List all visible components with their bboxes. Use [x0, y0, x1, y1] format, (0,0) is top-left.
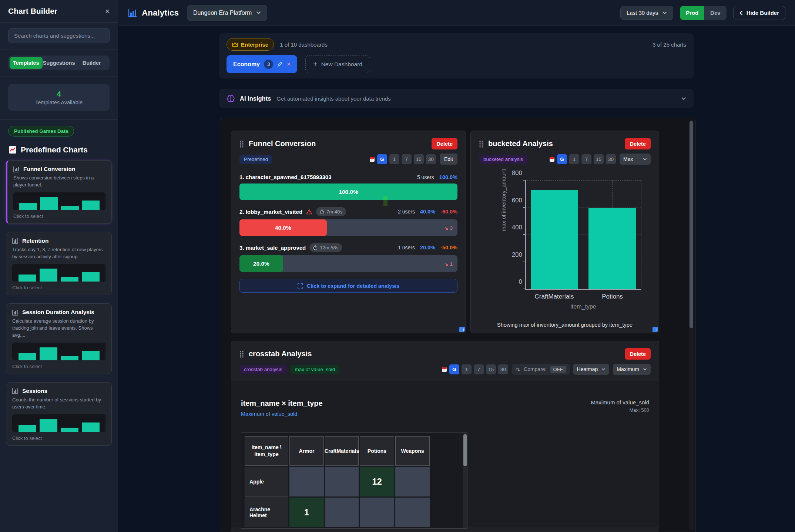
view-mode-select[interactable]: Heatmap	[573, 364, 610, 375]
plan-badge-label: Enterprise	[241, 41, 268, 48]
crosstab-table: item_name \ item_typeArmorCraftMaterials…	[245, 436, 467, 527]
granularity-g-button[interactable]: G	[449, 364, 459, 374]
range-1-button[interactable]: 1	[389, 154, 399, 164]
matrix-subtitle-link[interactable]: Maximum of value_sold	[241, 411, 323, 417]
platform-select[interactable]: Dungeon Era Platform	[187, 5, 267, 21]
empty-cell[interactable]	[360, 498, 394, 527]
main-content: Enterprise 1 of 10 dashboards 3 of 25 ch…	[118, 26, 795, 532]
expand-analysis-button[interactable]: Click to expand for detailed analysis	[239, 279, 457, 293]
funnel-step-users: 1 users	[398, 245, 415, 250]
edit-button[interactable]: Edit	[440, 154, 457, 165]
empty-cell[interactable]	[395, 498, 430, 527]
predefined-charts-title: Predefined Charts	[21, 145, 88, 154]
tab-templates[interactable]: Templates	[10, 57, 43, 69]
empty-cell[interactable]	[289, 467, 324, 496]
duration-badge: 7m 40s	[316, 207, 346, 216]
range-15-button[interactable]: 15	[594, 154, 604, 164]
range-15-button[interactable]: 15	[486, 364, 496, 374]
template-card-sessions[interactable]: Sessions Counts the number of sessions s…	[6, 382, 112, 446]
template-sparkline	[12, 343, 105, 360]
tab-builder[interactable]: Builder	[75, 57, 108, 69]
range-7-button[interactable]: 7	[474, 364, 484, 374]
funnel-step-name: 3. market_sale_approved	[239, 245, 306, 251]
range-15-button[interactable]: 15	[414, 154, 424, 164]
funnel-conversion-card: Funnel Conversion Delete Predefined G 1 …	[231, 131, 466, 333]
tab-suggestions[interactable]: Suggestions	[43, 57, 76, 69]
template-sparkline	[12, 414, 105, 432]
funnel-bar-label: 100.0%	[339, 189, 358, 195]
new-dashboard-button[interactable]: + New Dashboard	[305, 55, 370, 73]
sidebar-title: Chart Builder	[8, 7, 57, 16]
calendar-icon	[442, 367, 447, 372]
delete-button[interactable]: Delete	[625, 348, 651, 360]
x-axis-ticks: CraftMaterialsPotions	[525, 290, 641, 301]
drag-handle-icon[interactable]	[239, 350, 244, 358]
range-30-button[interactable]: 30	[426, 154, 436, 164]
drag-handle-icon[interactable]	[239, 140, 244, 148]
env-dev-button[interactable]: Dev	[704, 6, 727, 20]
value-cell[interactable]: 12	[360, 467, 394, 496]
sort-arrows-icon	[516, 367, 520, 372]
empty-cell[interactable]	[325, 498, 359, 527]
empty-cell[interactable]	[325, 467, 359, 496]
compare-toggle[interactable]: Compare: OFF	[512, 364, 569, 375]
granularity-g-button[interactable]: G	[377, 154, 387, 164]
env-prod-button[interactable]: Prod	[680, 6, 704, 20]
stopwatch-icon	[320, 209, 324, 214]
column-header: Armor	[289, 436, 324, 466]
panel-scrollbar[interactable]	[689, 120, 694, 530]
range-1-button[interactable]: 1	[462, 364, 472, 374]
conversion-marker	[383, 196, 388, 206]
measure-badge: max of value_sold	[291, 365, 340, 374]
resize-handle[interactable]	[459, 327, 465, 332]
column-header: Potions	[360, 436, 394, 466]
range-7-button[interactable]: 7	[581, 154, 591, 164]
crosstab-content: item_name × item_type Maximum of value_s…	[231, 381, 659, 527]
y-tick-label: 400	[512, 224, 522, 231]
funnel-bar-label: 40.0%	[275, 225, 291, 231]
aggregation-select[interactable]: Maximum	[613, 364, 651, 375]
delete-button[interactable]: Delete	[625, 138, 651, 149]
granularity-g-button[interactable]: G	[557, 154, 567, 164]
range-30-button[interactable]: 30	[606, 154, 616, 164]
chevron-down-icon	[662, 11, 667, 14]
date-range-select[interactable]: Last 30 days	[620, 6, 673, 20]
search-input[interactable]	[8, 28, 110, 43]
pencil-icon[interactable]	[277, 61, 283, 67]
range-30-button[interactable]: 30	[498, 364, 508, 374]
compare-value: OFF	[550, 366, 566, 373]
row-header: Arachne Helmet	[245, 498, 288, 527]
funnel-bar: 40.0% ↘ 3	[239, 219, 457, 236]
aggregation-select-value: Maximum	[617, 366, 639, 372]
dashboards-count: 1 of 10 dashboards	[280, 41, 327, 48]
bar-chart-icon	[12, 309, 19, 316]
chevron-down-icon[interactable]	[681, 97, 686, 100]
click-to-select-label: Click to select	[12, 435, 105, 441]
range-7-button[interactable]: 7	[402, 154, 412, 164]
funnel-step-drop: -60.0%	[440, 209, 457, 215]
template-card-funnel-conversion[interactable]: Funnel Conversion Shows conversion betwe…	[6, 160, 112, 224]
card-title: Funnel Conversion	[249, 139, 316, 148]
table-scrollbar[interactable]	[463, 433, 467, 528]
range-1-button[interactable]: 1	[569, 154, 579, 164]
dashboard-tab-close-icon[interactable]: ×	[287, 61, 291, 68]
click-to-select-label: Click to select	[12, 285, 105, 290]
value-cell[interactable]: 1	[289, 498, 324, 527]
template-card-session-duration[interactable]: Session Duration Analysis Calculate aver…	[6, 303, 112, 374]
aggregation-select[interactable]: Max	[620, 154, 651, 165]
hide-builder-button[interactable]: Hide Builder	[733, 6, 785, 20]
dashboard-tab-economy[interactable]: Economy 3 ×	[227, 55, 297, 73]
delete-button[interactable]: Delete	[432, 138, 457, 149]
close-icon[interactable]: ×	[105, 7, 110, 15]
resize-handle[interactable]	[653, 327, 658, 332]
aggregation-select-value: Max	[623, 156, 633, 162]
charts-panel: Funnel Conversion Delete Predefined G 1 …	[220, 118, 696, 532]
funnel-bar-label: 20.0%	[253, 260, 269, 267]
ai-insights-bar[interactable]: AI Insights Get automated insights about…	[219, 89, 694, 108]
drag-handle-icon[interactable]	[479, 140, 483, 148]
empty-cell[interactable]	[395, 467, 430, 496]
template-card-retention[interactable]: Retention Tracks day 1, 3, 7 retention o…	[6, 232, 112, 296]
panel-scrollbar-thumb[interactable]	[690, 121, 693, 328]
dashboard-tab-label: Economy	[233, 61, 260, 68]
bar-chart-icon	[12, 388, 19, 394]
